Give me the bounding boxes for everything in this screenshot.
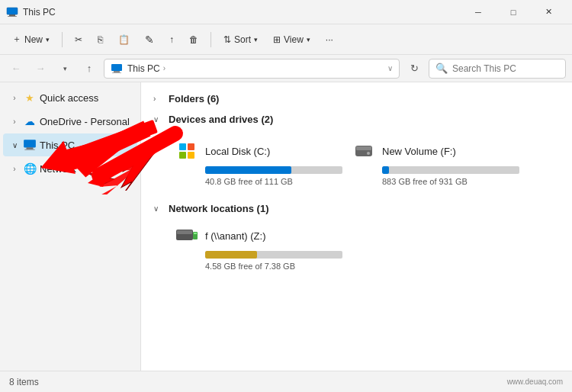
drive-c-bar-container xyxy=(205,166,342,174)
view-button[interactable]: ⊞ View ▾ xyxy=(267,28,317,51)
sort-button[interactable]: ⇅ Sort ▾ xyxy=(217,28,264,51)
network-section-title: Network locations (1) xyxy=(169,203,268,214)
folders-section-title: Folders (6) xyxy=(169,93,219,104)
search-box[interactable]: 🔍 xyxy=(429,59,566,79)
rename-button[interactable]: ✎ xyxy=(139,28,160,51)
devices-section-header[interactable]: ∨ Devices and drives (2) xyxy=(150,109,563,130)
devices-toggle-icon: ∨ xyxy=(153,115,164,124)
sidebar-item-onedrive[interactable]: › ☁ OneDrive - Personal xyxy=(3,110,137,133)
up-button[interactable]: ↑ xyxy=(79,59,99,79)
content-area: › Folders (6) ∨ Devices and drives (2) xyxy=(141,82,572,371)
cut-button[interactable]: ✂ xyxy=(69,28,88,51)
title-text: This PC xyxy=(23,7,56,18)
back-icon: ← xyxy=(11,63,21,74)
svg-rect-1 xyxy=(9,14,15,16)
drive-f-info: New Volume (F:) xyxy=(382,146,456,157)
svg-rect-8 xyxy=(24,149,35,150)
drive-c-info: Local Disk (C:) xyxy=(205,146,270,157)
up-icon: ↑ xyxy=(87,63,92,74)
sidebar-quick-access-label: Quick access xyxy=(40,92,98,104)
rename-icon: ✎ xyxy=(145,34,154,46)
sidebar-item-this-pc[interactable]: ∨ This PC xyxy=(3,133,137,156)
svg-rect-10 xyxy=(356,146,371,150)
drive-f-bar-fill xyxy=(382,166,389,174)
svg-point-11 xyxy=(367,152,370,155)
quick-access-icon: ★ xyxy=(23,91,37,104)
title-bar-left: This PC xyxy=(6,6,56,18)
close-button[interactable]: ✕ xyxy=(531,0,566,24)
delete-button[interactable]: 🗑 xyxy=(183,28,204,51)
sidebar-this-pc-label: This PC xyxy=(40,140,75,151)
svg-rect-3 xyxy=(111,64,122,71)
forward-icon: → xyxy=(36,63,46,74)
onedrive-icon: ☁ xyxy=(23,114,37,128)
network-drive-icon xyxy=(175,226,198,246)
sort-chevron-icon: ▾ xyxy=(254,36,258,43)
address-box[interactable]: This PC › ∨ xyxy=(104,59,400,79)
share-icon: ↑ xyxy=(169,34,174,45)
svg-rect-4 xyxy=(114,71,120,72)
address-bar-row: ← → ▾ ↑ This PC › ∨ ↻ 🔍 xyxy=(0,55,572,82)
sort-icon: ⇅ xyxy=(223,34,231,45)
new-button[interactable]: ＋ New ▾ xyxy=(6,28,56,51)
devices-section-title: Devices and drives (2) xyxy=(169,114,273,125)
network-z-info: f (\\anant) (Z:) xyxy=(205,230,265,242)
drive-f-bar-container xyxy=(382,166,519,174)
maximize-button[interactable]: □ xyxy=(496,0,531,24)
refresh-button[interactable]: ↻ xyxy=(404,59,424,79)
folders-section-header[interactable]: › Folders (6) xyxy=(150,88,563,109)
minimize-button[interactable]: ─ xyxy=(461,0,496,24)
paste-icon: 📋 xyxy=(118,34,130,45)
network-section-header[interactable]: ∨ Network locations (1) xyxy=(150,198,563,219)
recent-chevron-icon: ▾ xyxy=(63,65,67,72)
this-pc-address-icon xyxy=(111,63,123,75)
title-bar-controls: ─ □ ✕ xyxy=(461,0,566,24)
drive-c-top: Local Disk (C:) xyxy=(175,139,330,163)
network-expand-icon: › xyxy=(9,163,20,174)
quick-access-expand-icon: › xyxy=(9,92,20,103)
search-icon: 🔍 xyxy=(435,63,448,74)
drive-c-name: Local Disk (C:) xyxy=(205,146,270,157)
forward-button[interactable]: → xyxy=(31,59,50,79)
delete-icon: 🗑 xyxy=(189,34,198,45)
view-icon: ⊞ xyxy=(273,34,281,45)
more-button[interactable]: ··· xyxy=(320,28,339,51)
recent-button[interactable]: ▾ xyxy=(55,59,75,79)
main-layout: › ★ Quick access › ☁ OneDrive - Personal… xyxy=(0,82,572,371)
network-z-icon xyxy=(175,223,199,248)
network-icon: 🌐 xyxy=(23,162,37,175)
this-pc-icon xyxy=(6,6,18,18)
copy-button[interactable]: ⎘ xyxy=(92,28,109,51)
toolbar-separator-1 xyxy=(62,32,63,47)
network-toggle-icon: ∨ xyxy=(153,204,164,213)
svg-rect-2 xyxy=(8,16,17,17)
sidebar-item-network[interactable]: › 🌐 Network xyxy=(3,157,137,180)
folders-toggle-icon: › xyxy=(153,95,164,103)
view-chevron-icon: ▾ xyxy=(307,36,310,43)
address-this-pc: This PC xyxy=(127,63,160,74)
address-chevron-icon: › xyxy=(163,64,165,72)
svg-rect-7 xyxy=(27,147,34,149)
hdd-f-icon xyxy=(354,141,374,161)
network-z-name: f (\\anant) (Z:) xyxy=(205,230,265,242)
network-location-z[interactable]: f (\\anant) (Z:) 4.58 GB free of 7.38 GB xyxy=(169,219,336,275)
drive-item-f[interactable]: New Volume (F:) 883 GB free of 931 GB xyxy=(345,134,513,191)
sidebar-item-quick-access[interactable]: › ★ Quick access xyxy=(3,86,137,109)
more-icon: ··· xyxy=(326,34,333,45)
address-path: This PC › xyxy=(127,63,165,74)
toolbar: ＋ New ▾ ✂ ⎘ 📋 ✎ ↑ 🗑 ⇅ Sort ▾ ⊞ View ▾ ··… xyxy=(0,24,572,55)
svg-rect-6 xyxy=(24,140,36,147)
network-z-bar-container xyxy=(205,251,342,259)
toolbar-separator-2 xyxy=(210,32,211,47)
copy-icon: ⎘ xyxy=(98,34,103,45)
svg-rect-0 xyxy=(7,8,18,14)
new-plus-icon: ＋ xyxy=(12,33,21,46)
paste-button[interactable]: 📋 xyxy=(112,28,136,51)
share-button[interactable]: ↑ xyxy=(163,28,180,51)
drive-item-c[interactable]: Local Disk (C:) 40.8 GB free of 111 GB xyxy=(169,134,336,191)
search-input[interactable] xyxy=(452,63,559,74)
network-locations-list: f (\\anant) (Z:) 4.58 GB free of 7.38 GB xyxy=(150,219,563,275)
svg-rect-15 xyxy=(194,233,197,234)
onedrive-expand-icon: › xyxy=(9,116,20,127)
back-button[interactable]: ← xyxy=(6,59,26,79)
